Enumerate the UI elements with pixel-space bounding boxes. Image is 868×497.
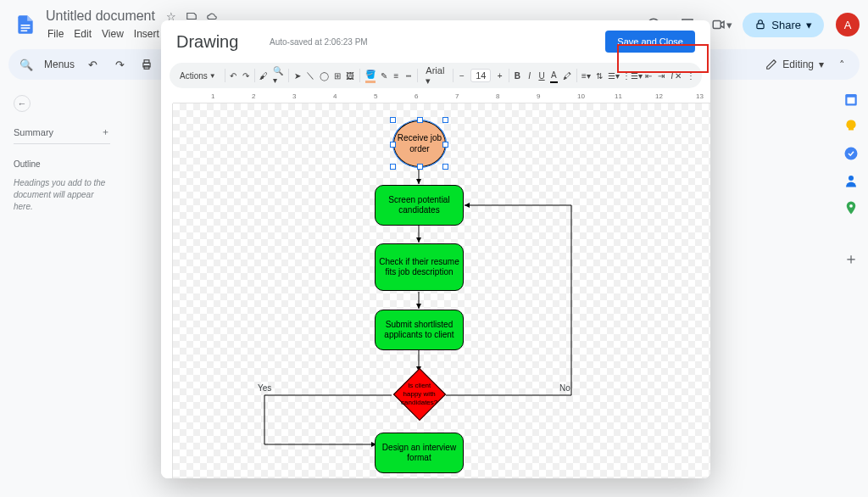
fill-color-icon[interactable]: 🪣 xyxy=(365,68,376,83)
drawing-modal: Drawing Auto-saved at 2:06:23 PM Save an… xyxy=(161,20,710,478)
flow-node-screen[interactable]: Screen potential candidates xyxy=(375,185,464,226)
save-and-close-button[interactable]: Save and Close xyxy=(605,31,695,53)
flow-node-check[interactable]: Check if their resume fits job descripti… xyxy=(375,243,464,291)
border-dash-icon[interactable]: ┅ xyxy=(405,68,412,83)
flow-node-submit[interactable]: Submit shortlisted applicants to client xyxy=(375,310,464,350)
flow-node-receive[interactable]: Receive job order xyxy=(393,120,446,167)
label-yes: Yes xyxy=(258,383,271,393)
textbox-tool-icon[interactable]: ⊞ xyxy=(334,68,341,83)
drawing-title: Drawing xyxy=(176,32,270,52)
drawing-canvas[interactable]: Receive job order Screen potential candi… xyxy=(173,103,710,478)
font-dropdown[interactable]: Arial ▾ xyxy=(422,65,448,87)
underline-icon[interactable]: U xyxy=(538,68,545,83)
bullet-list-icon[interactable]: ⋮☰▾ xyxy=(625,68,640,83)
border-color-icon[interactable]: ✎ xyxy=(381,68,387,83)
drawing-toolbar: Actions▼ ↶ ↷ 🖌 🔍▾ ➤ ＼ ◯ ⊞ 🖼 🪣 ✎ ≡ ┅ Aria… xyxy=(170,63,702,88)
zoom-tool-icon[interactable]: 🔍▾ xyxy=(273,68,283,83)
font-increase-icon[interactable]: + xyxy=(496,68,503,83)
line-spacing-icon[interactable]: ⇅ xyxy=(596,68,603,83)
border-weight-icon[interactable]: ≡ xyxy=(392,68,399,83)
align-icon[interactable]: ≡▾ xyxy=(581,68,591,83)
font-size-input[interactable]: 14 xyxy=(470,69,491,82)
image-tool-icon[interactable]: 🖼 xyxy=(346,68,354,83)
indent-increase-icon[interactable]: ⇥ xyxy=(658,68,665,83)
highlight-icon[interactable]: 🖍 xyxy=(563,68,571,83)
flow-node-decision[interactable]: Is client happy with candidates? xyxy=(393,368,446,421)
shape-tool-icon[interactable]: ◯ xyxy=(320,68,329,83)
flow-node-design[interactable]: Design an interview format xyxy=(375,433,464,473)
ruler-vertical xyxy=(161,103,173,478)
undo-icon[interactable]: ↶ xyxy=(230,68,236,83)
redo-icon[interactable]: ↷ xyxy=(242,68,249,83)
italic-icon[interactable]: I xyxy=(526,68,533,83)
line-tool-icon[interactable]: ＼ xyxy=(306,68,314,83)
autosave-text: Auto-saved at 2:06:23 PM xyxy=(270,37,605,47)
paint-format-icon[interactable]: 🖌 xyxy=(259,68,268,83)
list-icon[interactable]: ☰▾ xyxy=(608,68,620,83)
label-no: No xyxy=(559,383,570,393)
ruler-horizontal: 1 2 3 4 5 6 7 8 9 10 11 12 13 xyxy=(173,92,710,103)
actions-dropdown[interactable]: Actions▼ xyxy=(176,71,220,81)
select-tool-icon[interactable]: ➤ xyxy=(294,68,301,83)
more-icon[interactable]: ⋮ xyxy=(687,68,695,83)
indent-decrease-icon[interactable]: ⇤ xyxy=(645,68,652,83)
bold-icon[interactable]: B xyxy=(514,68,520,83)
flowchart-arrows xyxy=(173,103,710,478)
font-decrease-icon[interactable]: − xyxy=(459,68,465,83)
clear-format-icon[interactable]: T✕ xyxy=(670,68,682,83)
text-color-icon[interactable]: A xyxy=(550,68,557,83)
